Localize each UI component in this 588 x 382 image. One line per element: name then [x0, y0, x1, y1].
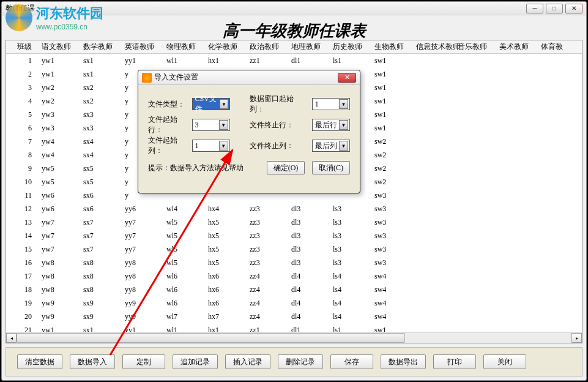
column-header[interactable]: 数学教师 — [80, 40, 121, 53]
table-cell: yy8 — [121, 256, 163, 269]
toolbar-button[interactable]: 保存 — [330, 354, 373, 369]
table-row[interactable]: 16yw8sx8yy8wl5hx5zz3dl3ls3sw3 — [6, 256, 582, 269]
table-cell: sw1 — [371, 54, 412, 67]
column-header[interactable]: 体育教 — [537, 40, 579, 53]
table-cell — [454, 121, 496, 135]
table-cell — [496, 81, 537, 94]
file-end-col-select[interactable]: 最后列 ▼ — [312, 140, 350, 152]
table-row[interactable]: 15yw7sx7yy7wl5hx5zz3dl3ls3sw3 — [6, 242, 582, 256]
column-header[interactable]: 政治教师 — [246, 40, 288, 53]
table-cell — [496, 256, 537, 269]
table-cell: zz4 — [246, 283, 288, 296]
file-type-select[interactable]: CSV文件 ▼ — [192, 98, 230, 110]
column-header[interactable]: 化学教师 — [204, 40, 246, 53]
table-cell: wl5 — [163, 229, 204, 242]
table-cell — [454, 54, 496, 67]
column-header[interactable]: 信息技术教师 — [412, 40, 454, 53]
toolbar-button[interactable]: 打印 — [433, 354, 476, 369]
file-end-row-select[interactable]: 最后行 ▼ — [312, 119, 350, 131]
table-cell: 2 — [6, 67, 38, 81]
scroll-left-button[interactable]: ◂ — [6, 333, 17, 343]
table-cell: 7 — [6, 135, 38, 148]
table-cell — [496, 269, 537, 283]
table-cell — [537, 54, 579, 67]
close-button[interactable]: ✕ — [565, 4, 582, 13]
table-row[interactable]: 12yw6sx6yy6wl4hx4zz3dl3ls3sw3 — [6, 202, 582, 215]
scroll-track[interactable] — [17, 333, 571, 343]
table-cell — [412, 175, 454, 189]
data-start-col-select[interactable]: 1 ▼ — [312, 98, 350, 110]
file-start-row-select[interactable]: 3 ▼ — [192, 119, 230, 131]
titlebar[interactable]: 教师任课 ─ □ ✕ — [2, 2, 586, 15]
table-cell — [496, 54, 537, 67]
column-header[interactable]: 班级 — [6, 40, 38, 53]
column-header[interactable]: 生物教师 — [371, 40, 412, 53]
table-cell: yw3 — [38, 108, 80, 121]
toolbar-button[interactable]: 数据导出 — [381, 354, 426, 369]
scroll-thumb[interactable] — [17, 333, 405, 343]
column-header[interactable]: 物理教师 — [163, 40, 204, 53]
table-cell — [454, 215, 496, 229]
scroll-right-button[interactable]: ▸ — [571, 333, 582, 343]
table-row[interactable]: 1yw1sx1yy1wl1hx1zz1dl1ls1sw1 — [6, 54, 582, 67]
toolbar-button[interactable]: 删除记录 — [278, 354, 323, 369]
dialog-close-button[interactable]: ✕ — [338, 73, 356, 83]
table-cell: ls3 — [329, 202, 371, 215]
table-cell: hx6 — [204, 283, 246, 296]
column-header[interactable]: 语文教师 — [38, 40, 80, 53]
toolbar-button[interactable]: 追加记录 — [173, 354, 218, 369]
table-cell: yw4 — [38, 148, 80, 162]
toolbar-button[interactable]: 清空数据 — [17, 354, 62, 369]
column-header[interactable]: 美术教师 — [496, 40, 537, 53]
table-row[interactable]: 18yw8sx8yy8wl6hx6zz4dl4ls4sw4 — [6, 283, 582, 296]
file-start-col-value: 1 — [195, 141, 199, 151]
toolbar-button[interactable]: 插入记录 — [225, 354, 270, 369]
cancel-button[interactable]: 取消(C) — [312, 161, 350, 174]
table-cell — [412, 189, 454, 202]
toolbar-button[interactable]: 定制 — [122, 354, 165, 369]
table-cell — [537, 189, 579, 202]
import-dialog: 导入文件设置 ✕ 文件类型： CSV文件 ▼ 数据窗口起始列： 1 ▼ 文件起始… — [138, 70, 360, 193]
file-end-col-label: 文件终止列： — [250, 141, 307, 151]
table-cell — [496, 189, 537, 202]
file-start-col-select[interactable]: 1 ▼ — [192, 140, 230, 152]
table-cell — [454, 81, 496, 94]
maximize-button[interactable]: □ — [546, 4, 563, 13]
table-cell — [412, 310, 454, 323]
table-row[interactable]: 21yw1sx1yy1wl1hx1zz1dl1ls1sw1 — [6, 323, 582, 332]
toolbar-button[interactable]: 数据导入 — [70, 354, 115, 369]
table-cell: hx5 — [204, 256, 246, 269]
table-cell: zz3 — [246, 242, 288, 256]
table-cell: 11 — [6, 189, 38, 202]
table-cell: sx4 — [80, 135, 121, 148]
horizontal-scrollbar[interactable]: ◂ ▸ — [6, 332, 582, 343]
minimize-button[interactable]: ─ — [526, 4, 543, 13]
table-cell — [412, 256, 454, 269]
toolbar-button[interactable]: 关闭 — [483, 354, 526, 369]
table-cell: sw4 — [371, 269, 412, 283]
table-cell — [454, 256, 496, 269]
column-header[interactable]: 历史教师 — [329, 40, 371, 53]
table-row[interactable]: 14yw7sx7yy7wl5hx5zz3dl3ls3sw3 — [6, 229, 582, 242]
table-cell — [496, 162, 537, 175]
table-cell: zz1 — [246, 323, 288, 332]
table-cell — [454, 175, 496, 189]
ok-button[interactable]: 确定(O) — [267, 161, 305, 174]
table-cell: hx4 — [204, 202, 246, 215]
column-header[interactable]: 英语教师 — [121, 40, 163, 53]
table-cell: 20 — [6, 310, 38, 323]
column-header[interactable]: 音乐教师 — [454, 40, 496, 53]
table-row[interactable]: 19yw9sx9yy9wl6hx6zz4dl4ls4sw4 — [6, 296, 582, 310]
table-cell: sx1 — [80, 323, 121, 332]
table-cell — [412, 283, 454, 296]
dialog-titlebar[interactable]: 导入文件设置 ✕ — [138, 70, 360, 85]
table-cell: yy1 — [121, 54, 163, 67]
table-row[interactable]: 17yw8sx8yy8wl6hx6zz4dl4ls4sw4 — [6, 269, 582, 283]
table-cell: sx5 — [80, 162, 121, 175]
table-cell: yw7 — [38, 242, 80, 256]
table-row[interactable]: 20yw9sx9yy9wl7hx7zz4dl4ls4sw4 — [6, 310, 582, 323]
table-cell: wl5 — [163, 256, 204, 269]
table-row[interactable]: 13yw7sx7yy7wl5hx5zz3dl3ls3sw3 — [6, 215, 582, 229]
column-header[interactable]: 地理教师 — [288, 40, 329, 53]
table-cell — [496, 202, 537, 215]
